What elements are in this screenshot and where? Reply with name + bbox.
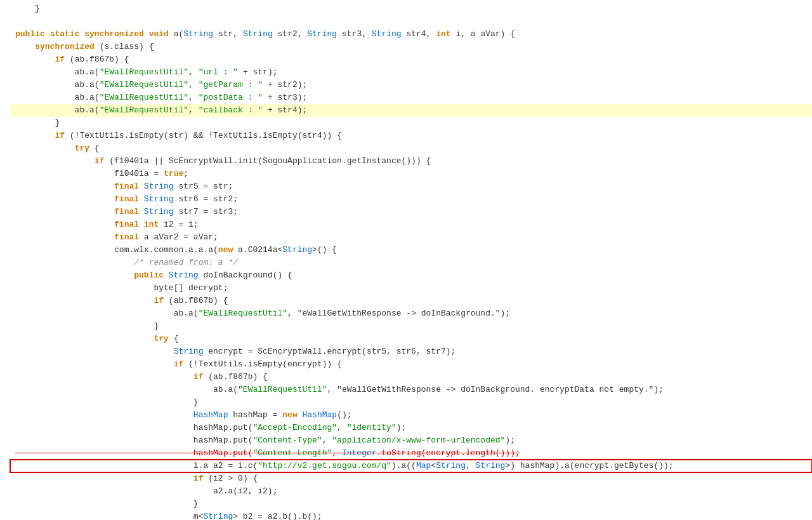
code-line: ab.a("EWallRequestUtil", "eWallGetWithRe… [10,307,812,320]
code-line: ab.a("EWallRequestUtil", "getParam : " +… [10,79,812,91]
code-line: ab.a("EWallRequestUtil", "callback : " +… [10,104,812,117]
code-line: if (i2 > 0) { [10,472,812,485]
code-line [10,15,812,28]
code-line: } [10,498,812,510]
code-line: } [10,320,812,333]
code-line: final int i2 = i; [10,218,812,231]
code-line: if (!TextUtils.isEmpty(encrypt)) { [10,358,812,371]
code-line: ab.a("EWallRequestUtil", "postData : " +… [10,91,812,104]
code-line: i.a a2 = i.c("http://v2.get.sogou.com/q"… [10,460,812,472]
code-line: final String str6 = str2; [10,193,812,206]
code-line: public static synchronized void a(String… [10,28,812,41]
code-line: } [10,3,812,15]
code-line: if (ab.f867b) { [10,295,812,307]
code-line: final String str5 = str; [10,180,812,193]
code-container: } public static synchronized void a(Stri… [0,0,812,520]
code-line: byte[] decrypt; [10,282,812,295]
code-line: hashMap.put("Accept-Encoding", "identity… [10,422,812,434]
code-line: try { [10,333,812,345]
code-line: a2.a(i2, i2); [10,485,812,498]
code-line: if (ab.f867b) { [10,53,812,66]
code-line: public String doInBackground() { [10,269,812,282]
code-line: /* renamed from: a */ [10,257,812,269]
code-line: try { [10,142,812,155]
code-block: } public static synchronized void a(Stri… [0,0,812,520]
code-line: final String str7 = str3; [10,206,812,218]
code-line: HashMap hashMap = new HashMap(); [10,409,812,422]
code-line: m<String> b2 = a2.b().b(); [10,510,812,520]
code-line: String encrypt = ScEncryptWall.encrypt(s… [10,345,812,358]
code-line: final a aVar2 = aVar; [10,231,812,244]
code-line: if (ab.f867b) { [10,371,812,383]
code-line: synchronized (s.class) { [10,41,812,53]
code-line: f10401a = true; [10,168,812,180]
code-line: hashMap.put("Content-Length", Integer.to… [10,447,812,460]
code-line: if (!TextUtils.isEmpty(str) && !TextUtil… [10,130,812,142]
code-line: ab.a("EWallRequestUtil", "eWallGetWithRe… [10,383,812,396]
code-line: } [10,117,812,130]
code-line: } [10,396,812,409]
code-line: com.wlx.common.a.a.a(new a.C0214a<String… [10,244,812,257]
code-line: hashMap.put("Content-Type", "application… [10,434,812,447]
code-line: ab.a("EWallRequestUtil", "url : " + str)… [10,66,812,79]
code-line: if (f10401a || ScEncryptWall.init(SogouA… [10,155,812,168]
